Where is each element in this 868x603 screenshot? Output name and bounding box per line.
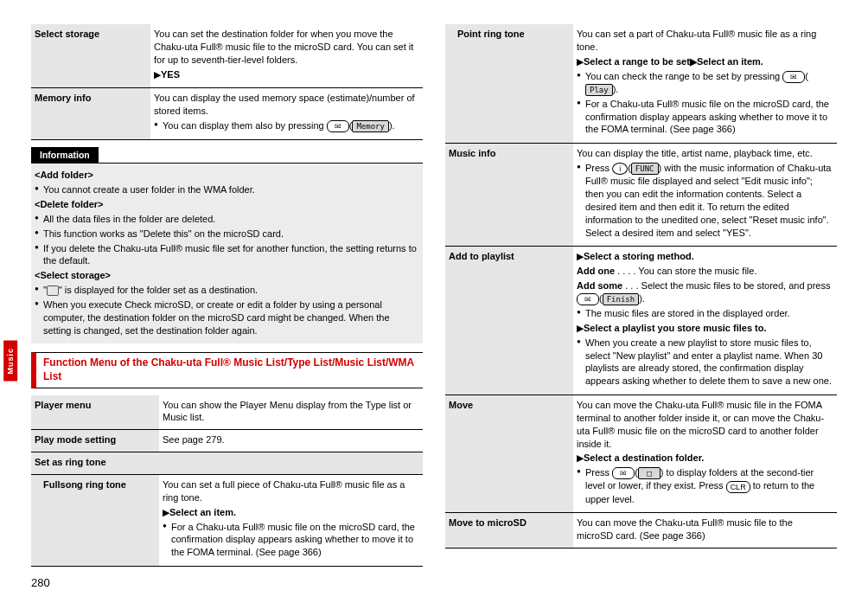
t: You can check the range to be set by pre…	[585, 71, 782, 81]
bullet: When you create a new playlist to store …	[577, 337, 832, 388]
text: You can display the used memory space (e…	[154, 92, 418, 118]
desc-point-ring: You can set a part of Chaku-uta Full® mu…	[573, 24, 837, 144]
desc-play-mode: See page 279.	[159, 430, 423, 452]
row-player-menu: Player menu You can show the Player Menu…	[31, 395, 423, 430]
t: Press	[585, 467, 612, 478]
label-player-menu: Player menu	[31, 395, 159, 430]
blank-softkey-icon: □	[638, 467, 661, 479]
mail-key-icon: ✉	[327, 120, 349, 132]
left-column: Select storage You can set the destinati…	[31, 24, 423, 574]
desc-select-storage: You can set the destination folder for w…	[150, 24, 423, 88]
mail-key-icon: ✉	[612, 467, 635, 479]
bullet: Press i(FUNC) with the music information…	[577, 162, 832, 239]
desc-move-microsd: You can move the Chaku-uta Full® music f…	[573, 513, 837, 548]
t: " is displayed for the folder set as a d…	[59, 285, 258, 295]
row-play-mode: Play mode setting See page 279.	[31, 430, 423, 452]
yes-text: YES	[161, 69, 180, 80]
memory-softkey-icon: Memory	[352, 120, 389, 132]
play-softkey-icon: Play	[585, 84, 613, 96]
bullet: You can check the range to be set by pre…	[577, 70, 832, 96]
t: . . . Select the music files to be store…	[622, 280, 830, 291]
mail-key-icon: ✉	[782, 71, 805, 83]
t: You can set a full piece of Chaku-uta Fu…	[163, 478, 418, 504]
add-some: Add some	[577, 280, 622, 291]
step: Select a storing method.	[584, 251, 694, 261]
label-memory-info: Memory info	[31, 88, 150, 140]
table-a: Select storage You can set the destinati…	[31, 24, 423, 140]
label-set-ring-tone: Set as ring tone	[31, 452, 423, 475]
triangle-icon	[154, 69, 161, 80]
text: You can set the destination folder for w…	[154, 28, 418, 67]
t: You can move the Chaku-uta Full® music f…	[577, 399, 832, 450]
label-select-storage: Select storage	[31, 24, 150, 88]
select-storage-heading: <Select storage>	[35, 269, 418, 282]
triangle-icon	[577, 323, 584, 333]
page-number: 280	[31, 575, 50, 591]
row-add-playlist: Add to playlist Select a storing method.…	[445, 247, 837, 395]
t: Press	[585, 163, 612, 173]
mail-key-icon: ✉	[577, 293, 599, 305]
folder-icon	[47, 285, 59, 296]
label-move-microsd: Move to microSD	[445, 513, 573, 548]
desc-fullsong: You can set a full piece of Chaku-uta Fu…	[159, 475, 423, 567]
t: . . . . You can store the music file.	[615, 266, 756, 276]
side-tab-music: Music	[3, 341, 17, 382]
information-header: Information	[31, 147, 99, 163]
bullet: You cannot create a user folder in the W…	[35, 183, 418, 196]
step: Select a destination folder.	[584, 452, 704, 463]
bullet: For a Chaku-uta Full® music file on the …	[577, 98, 832, 137]
t: You can set a part of Chaku-uta Full® mu…	[577, 28, 832, 54]
step: Select an item.	[169, 507, 236, 517]
row-point-ring: Point ring tone You can set a part of Ch…	[445, 24, 837, 144]
label-add-playlist: Add to playlist	[445, 247, 573, 395]
finish-softkey-icon: Finish	[603, 293, 640, 305]
step: Select a range to be set▶Select an item.	[584, 56, 763, 67]
triangle-icon	[577, 56, 584, 67]
triangle-icon	[577, 251, 584, 261]
bullet: If you delete the Chaku-uta Full® music …	[35, 242, 418, 268]
t: ).	[389, 120, 395, 131]
add-one: Add one	[577, 266, 615, 276]
information-body: <Add folder> You cannot create a user fo…	[31, 163, 423, 343]
desc-move: You can move the Chaku-uta Full® music f…	[573, 395, 837, 513]
t: ).	[639, 293, 645, 304]
desc-add-playlist: Select a storing method. Add one . . . .…	[573, 247, 837, 395]
desc-player-menu: You can show the Player Menu display fro…	[159, 395, 423, 430]
triangle-icon	[163, 507, 169, 517]
row-memory-info: Memory info You can display the used mem…	[31, 88, 423, 140]
bullet: When you execute Check microSD, or creat…	[35, 298, 418, 337]
row-move: Move You can move the Chaku-uta Full® mu…	[445, 395, 837, 513]
t: You can display them also by pressing	[163, 120, 327, 131]
desc-music-info: You can display the title, artist name, …	[573, 144, 837, 247]
func-softkey-icon: FUNC	[631, 163, 659, 175]
table-c: Point ring tone You can set a part of Ch…	[445, 24, 837, 548]
label-move: Move	[445, 395, 573, 513]
bullet: The music files are stored in the displa…	[577, 307, 832, 320]
bullet: Press ✉(□) to display folders at the sec…	[577, 466, 832, 505]
row-fullsong: Fullsong ring tone You can set a full pi…	[31, 475, 423, 567]
desc-memory-info: You can display the used memory space (e…	[150, 88, 423, 140]
triangle-icon	[577, 452, 584, 463]
t: You can display the title, artist name, …	[577, 147, 832, 160]
label-music-info: Music info	[445, 144, 573, 247]
add-folder-heading: <Add folder>	[35, 169, 418, 182]
table-b: Player menu You can show the Player Menu…	[31, 395, 423, 567]
row-select-storage: Select storage You can set the destinati…	[31, 24, 423, 88]
label-play-mode: Play mode setting	[31, 430, 159, 452]
label-fullsong: Fullsong ring tone	[31, 475, 159, 567]
information-block: Information <Add folder> You cannot crea…	[31, 147, 423, 343]
row-music-info: Music info You can display the title, ar…	[445, 144, 837, 247]
bullet: All the data files in the folder are del…	[35, 213, 418, 226]
function-menu-header: Function Menu of the Chaku-uta Full® Mus…	[31, 352, 423, 388]
bullet: For a Chaku-uta Full® music file on the …	[163, 521, 418, 560]
right-column: Point ring tone You can set a part of Ch…	[445, 24, 837, 574]
i-key-icon: i	[612, 163, 628, 175]
row-set-ring-tone: Set as ring tone	[31, 452, 423, 475]
t: ).	[613, 84, 619, 94]
bullet: "" is displayed for the folder set as a …	[35, 284, 418, 297]
step: Select a playlist you store music files …	[584, 323, 767, 333]
label-point-ring: Point ring tone	[445, 24, 573, 144]
delete-folder-heading: <Delete folder>	[35, 198, 418, 211]
bullet: You can display them also by pressing ✉(…	[154, 119, 418, 132]
bullet: This function works as "Delete this" on …	[35, 228, 418, 241]
